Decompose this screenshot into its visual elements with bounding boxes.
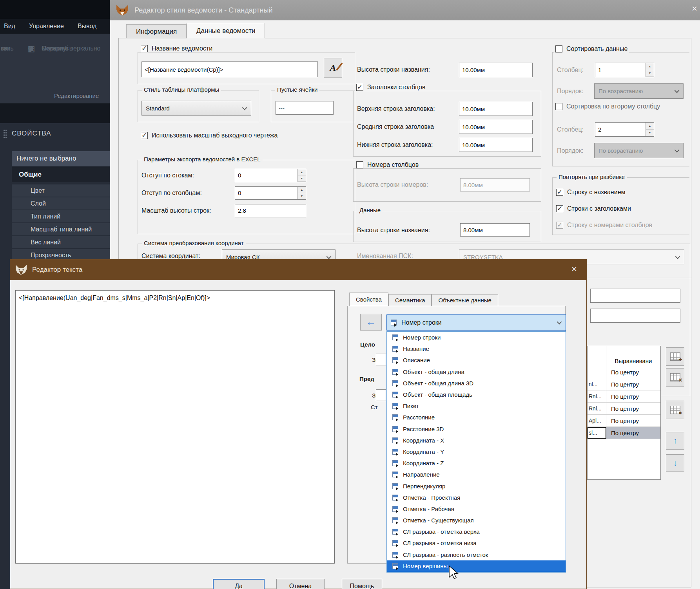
sheet-name-checkbox[interactable]: Название ведомости [139,45,214,52]
spinner-buttons[interactable]: ▲▼ [646,123,654,136]
format-cell[interactable]: sl... [588,427,606,439]
column-numbers-checkbox[interactable]: Номера столбцов [355,161,420,168]
text-editor-tab[interactable]: Свойства [349,293,388,306]
properties-selection[interactable]: Ничего не выбрано [12,151,110,166]
insert-field-button[interactable]: ← [360,314,382,331]
properties-item[interactable]: Слой [12,197,110,210]
drag-handle-icon[interactable] [3,129,7,138]
table-row[interactable]: Apl... По центру [588,415,660,427]
repeat-option-checkbox[interactable]: Строки с заголовками [556,201,685,217]
format-cell[interactable]: Apl... [588,415,606,426]
table-row[interactable]: sl... По центру [588,427,660,439]
sort-column1-input[interactable]: 1 ▲▼ [595,63,654,77]
header-height-input[interactable]: 10.00мм [459,102,533,116]
dropdown-item[interactable]: Расстояние [387,412,566,423]
dropdown-item[interactable]: СЛ разрыва - отметка верха [387,526,566,537]
align-cell[interactable]: По центру [606,427,660,439]
align-cell[interactable]: По центру [606,390,660,402]
close-icon[interactable]: × [692,4,697,13]
dropdown-item[interactable]: СЛ разрыва - отметка низа [387,537,566,549]
close-icon[interactable]: × [571,264,577,274]
dropdown-item[interactable]: СЛ разрыва - разность отметок [387,549,566,560]
add-column-button[interactable]: + [666,347,684,366]
font-button[interactable]: A [324,58,342,78]
column-settings-button[interactable]: ● [666,401,684,419]
properties-item[interactable]: Цвет [12,184,110,197]
dropdown-item[interactable]: Объект - общая площадь [387,389,566,400]
background-field[interactable] [590,309,680,323]
dropdown-item[interactable]: Название [387,343,566,354]
table-row[interactable]: По центру [588,366,660,378]
dropdown-item[interactable]: Номер строки [387,332,566,343]
field-combobox[interactable]: Номер строки [386,314,566,331]
text-editor-tab[interactable]: Семантика [388,294,432,306]
dropdown-item[interactable]: Координата - Y [387,446,566,457]
spinner-buttons[interactable]: ▲▼ [646,63,654,77]
format-cell[interactable] [588,366,606,378]
background-field[interactable] [590,289,680,303]
repeat-option-checkbox[interactable]: Строку с номерами столбцов [556,217,685,233]
dialog-button[interactable]: Помощь [342,579,382,589]
dropdown-item[interactable]: Перпендикуляр [387,480,566,491]
name-row-height-input[interactable]: 10.00мм [459,63,533,77]
text-editor-tab[interactable]: Объектные данные [432,294,498,306]
dialog-button[interactable]: Отмена [276,579,325,589]
dropdown-item[interactable]: Отметка - Рабочая [387,503,566,515]
dropdown-item[interactable]: Расстояние 3D [387,423,566,435]
align-cell[interactable]: По центру [606,403,660,414]
excel-row-input[interactable]: 0 ▲▼ [235,169,306,182]
menu-item[interactable]: Управление [29,23,64,30]
column-headers-checkbox[interactable]: Заголовки столбцов [355,84,427,91]
sort-column2-input[interactable]: 2 ▲▼ [595,122,654,137]
format-cell[interactable]: nl... [588,378,606,390]
text-editor-textarea[interactable]: <[Направление(Uan_deg|Fan_dms_s|Mms_a|P2… [15,290,335,564]
properties-item[interactable]: Масштаб типа линий [12,223,110,235]
repeat-option-checkbox[interactable]: Строку с названием [556,184,685,201]
header-height-input[interactable]: 10.00мм [459,120,533,134]
sheet-name-input[interactable]: <[Название ведомости(Ср)]> [141,61,318,77]
ribbon-item[interactable]: ть ▣ Масштаб [0,42,110,55]
table-row[interactable]: nl... По центру [588,378,660,390]
empty-cells-input[interactable]: --- [276,101,334,115]
move-up-button[interactable]: ↑ [666,432,684,450]
dropdown-item[interactable]: Направление [387,469,566,480]
move-down-button[interactable]: ↓ [666,454,684,472]
table-row[interactable]: Rnl... По центру [588,403,660,415]
delete-column-button[interactable]: × [666,368,684,387]
excel-row-input[interactable]: 0 ▲▼ [235,186,306,200]
dropdown-item[interactable]: Пикет [387,400,566,412]
dropdown-item[interactable]: Координата - Z [387,457,566,469]
properties-section-general[interactable]: Общие [12,167,110,182]
align-cell[interactable]: По центру [606,378,660,390]
table-row[interactable]: Rnl... По центру [588,390,660,403]
spinner-buttons[interactable]: ▲▼ [297,187,306,199]
dialog-tab[interactable]: Данные ведомости [187,23,265,38]
use-output-scale-checkbox[interactable]: Использовать масштаб выходного чертежа [139,132,279,139]
menu-item[interactable]: Вид [4,23,15,30]
align-cell[interactable]: По центру [606,415,660,426]
dropdown-item[interactable]: Описание [387,354,566,366]
excel-row-input[interactable]: 2.8 ▲▼ [235,204,306,217]
align-cell[interactable]: По центру [606,366,660,378]
platform-style-select[interactable]: Standard [141,101,251,116]
dialog-titlebar[interactable]: Редактор стиля ведомости - Стандартный × [110,0,700,20]
dropdown-item[interactable]: Отметка - Проектная [387,492,566,503]
dropdown-item[interactable]: Номер вершины [387,560,566,572]
dropdown-item[interactable]: Объект - общая длина [387,366,566,378]
dropdown-item[interactable]: Объект - общая длина 3D [387,378,566,389]
dialog-tab[interactable]: Информация [126,24,187,38]
format-cell[interactable]: Rnl... [588,403,606,414]
header-height-input[interactable]: 10.00мм [459,138,533,152]
menu-item[interactable]: Вывод [78,23,96,30]
data-row-height-input[interactable]: 8.00мм [460,223,530,237]
sort-second-checkbox[interactable]: Сортировка по второму столбцу [554,103,662,110]
spinner-buttons[interactable]: ▲▼ [297,169,306,182]
dropdown-item[interactable]: Координата - X [387,435,566,446]
align-column-header[interactable]: Выравнивани [606,346,660,366]
properties-item[interactable]: Тип линий [12,210,110,222]
sort-data-checkbox[interactable]: Сортировать данные [554,45,629,52]
format-cell[interactable]: Rnl... [588,390,606,402]
text-editor-titlebar[interactable]: Редактор текста × [10,260,586,280]
properties-item[interactable]: Вес линий [12,236,110,248]
dialog-button[interactable]: Да [213,579,265,589]
